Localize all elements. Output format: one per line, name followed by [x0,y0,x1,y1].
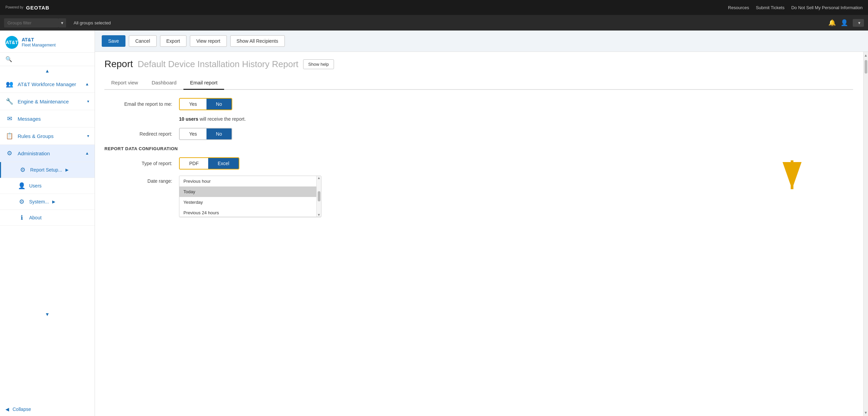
tab-email-report[interactable]: Email report [183,76,224,90]
att-logo: AT&T [5,36,18,49]
sidebar-item-engine[interactable]: 🔧 Engine & Maintenance ▾ [0,93,95,110]
redirect-no-button[interactable]: No [206,128,232,139]
tab-report-view[interactable]: Report view [104,76,145,90]
top-navigation: Powered by GEOTAB Resources Submit Ticke… [0,0,868,15]
user-menu[interactable]: ▾ [853,19,864,27]
scroll-thumb[interactable] [865,60,867,74]
email-yes-button[interactable]: Yes [180,99,206,110]
date-scroll-thumb [318,191,320,201]
cancel-button[interactable]: Cancel [129,35,157,47]
geotab-logo: GEOTAB [26,5,50,11]
tabs-row: Report view Dashboard Email report [104,76,853,90]
groups-filter-input[interactable] [4,18,58,27]
date-option-prev-hour[interactable]: Previous hour [179,176,316,186]
redirect-report-label: Redirect report: [104,131,172,137]
sidebar-scroll-down[interactable]: ▼ [0,310,95,319]
sidebar-item-label-engine: Engine & Maintenance [18,99,83,104]
date-option-yesterday[interactable]: Yesterday [179,197,316,207]
redirect-report-row: Redirect report: Yes No [104,128,853,140]
sidebar-scroll-up[interactable]: ▲ [0,66,95,76]
resources-link[interactable]: Resources [728,5,749,10]
redirect-yes-button[interactable]: Yes [180,128,206,139]
show-all-recipients-button[interactable]: Show All Recipients [230,35,285,47]
rules-icon: 📋 [5,132,14,140]
scroll-down-arrow[interactable]: ▼ [863,409,868,416]
collapse-button[interactable]: ◀ Collapse [0,402,95,416]
report-setup-arrow-icon: ▶ [65,167,68,172]
type-of-report-row: Type of report: PDF Excel [104,157,853,170]
sidebar-sub-item-label-system: System... [29,199,49,204]
email-toggle-group: Yes No [179,98,232,110]
pdf-button[interactable]: PDF [180,158,208,169]
all-groups-text: All groups selected [74,20,111,25]
collapse-icon: ◀ [5,407,9,412]
date-range-row: Date range: Previous hour Today Yesterda… [104,176,853,217]
sidebar-item-rules[interactable]: 📋 Rules & Groups ▾ [0,127,95,145]
admin-chevron-icon: ▲ [85,151,89,156]
users-icon: 👤 [18,182,26,190]
email-report-label: Email the report to me: [104,101,172,107]
user-profile-icon[interactable]: 👤 [841,19,848,26]
sidebar-sub-item-label-report-setup: Report Setup... [30,167,62,173]
users-count: 10 users [179,116,198,122]
type-of-report-label: Type of report: [104,161,172,166]
date-range-box[interactable]: Previous hour Today Yesterday Previous 2… [179,176,321,217]
att-logo-initials: AT&T [6,40,18,45]
do-not-sell-link[interactable]: Do Not Sell My Personal Information [791,5,863,10]
type-toggle-group: PDF Excel [179,157,239,170]
subheader-right: 🔔 👤 ▾ [828,19,864,27]
subheader: ▾ All groups selected 🔔 👤 ▾ [0,15,868,31]
sidebar-sub-item-system[interactable]: ⚙ System... ▶ [0,194,95,210]
redirect-toggle-group: Yes No [179,128,232,140]
date-option-today[interactable]: Today [179,186,316,197]
report-word: Report [104,59,133,70]
save-button[interactable]: Save [102,35,125,47]
sidebar-item-label-admin: Administration [18,151,81,156]
sidebar-item-admin[interactable]: ⚙ Administration ▲ [0,145,95,162]
tab-dashboard[interactable]: Dashboard [145,76,183,90]
excel-button[interactable]: Excel [208,158,239,169]
date-scroll-up-icon[interactable]: ▲ [317,176,321,180]
email-no-button[interactable]: No [206,99,232,110]
notification-bell-icon[interactable]: 🔔 [828,19,836,26]
about-icon: ℹ [18,214,26,221]
system-arrow-icon: ▶ [52,199,55,204]
sidebar-item-label-rules: Rules & Groups [18,133,83,139]
company-subtitle: Fleet Management [22,43,56,48]
att-text: AT&T Fleet Management [22,37,56,48]
sidebar-item-label-workforce: AT&T Workforce Manager [18,81,81,87]
system-icon: ⚙ [18,198,26,205]
content-inner: Report Default Device Installation Histo… [95,52,863,416]
sidebar-logo-area: AT&T AT&T Fleet Management [0,31,95,53]
sidebar-item-messages[interactable]: ✉ Messages [0,110,95,127]
sidebar-sub-item-label-about: About [29,215,42,220]
content-area: Save Cancel Export View report Show All … [95,31,868,416]
sidebar-item-label-messages: Messages [18,116,89,122]
sidebar-sub-item-about[interactable]: ℹ About [0,210,95,226]
scroll-up-arrow[interactable]: ▲ [863,52,868,59]
groups-filter-wrapper: ▾ [4,18,66,27]
search-icon[interactable]: 🔍 [5,56,12,62]
company-name: AT&T [22,37,56,43]
date-scroll-down-icon[interactable]: ▼ [317,213,321,217]
sidebar-sub-item-label-users: Users [29,183,42,189]
view-report-button[interactable]: View report [190,35,227,47]
submit-tickets-link[interactable]: Submit Tickets [756,5,785,10]
scroll-down-icon: ▼ [45,312,50,317]
sidebar: AT&T AT&T Fleet Management 🔍 ▲ 👥 AT&T Wo… [0,31,95,416]
scroll-up-icon: ▲ [45,68,50,74]
brand-area: Powered by GEOTAB [5,5,50,11]
users-note: 10 users will receive the report. [179,116,853,122]
date-range-scroll[interactable]: Previous hour Today Yesterday Previous 2… [179,176,316,217]
sidebar-search-area[interactable]: 🔍 [0,53,95,66]
report-setup-icon: ⚙ [19,166,27,174]
sidebar-sub-item-users[interactable]: 👤 Users [0,178,95,194]
export-button[interactable]: Export [160,35,186,47]
date-option-prev-24[interactable]: Previous 24 hours [179,207,316,217]
sidebar-item-workforce[interactable]: 👥 AT&T Workforce Manager ▲ [0,76,95,93]
show-help-button[interactable]: Show help [303,59,334,69]
sidebar-sub-item-report-setup[interactable]: ⚙ Report Setup... ▶ [0,162,95,178]
groups-filter-dropdown-button[interactable]: ▾ [58,18,66,27]
content-scroll-bar: ▲ ▼ [863,52,868,416]
top-nav-links: Resources Submit Tickets Do Not Sell My … [728,5,863,10]
